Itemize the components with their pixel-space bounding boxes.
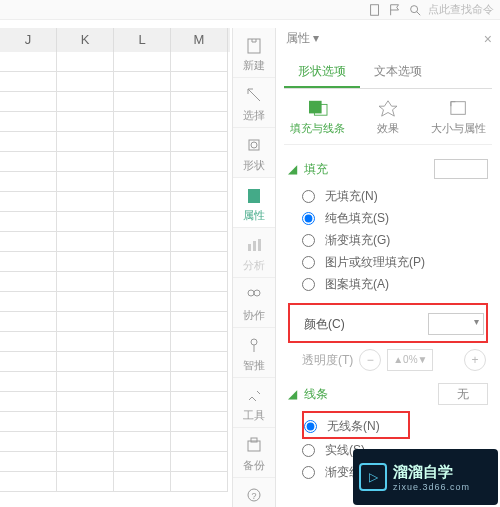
tab-text-options[interactable]: 文本选项	[360, 55, 436, 88]
cell[interactable]	[57, 372, 114, 392]
cell[interactable]	[57, 72, 114, 92]
cell[interactable]	[114, 272, 171, 292]
opacity-value[interactable]: ▲0%▼	[387, 349, 433, 371]
cell[interactable]	[57, 112, 114, 132]
cell[interactable]	[114, 112, 171, 132]
cell[interactable]	[171, 232, 228, 252]
spreadsheet-grid[interactable]: J K L M	[0, 28, 230, 507]
cell[interactable]	[0, 132, 57, 152]
subtab-size-props[interactable]: 大小与属性	[431, 99, 486, 136]
strip-工具[interactable]: 工具	[233, 378, 275, 428]
cell[interactable]	[171, 332, 228, 352]
cell[interactable]	[0, 432, 57, 452]
cell[interactable]	[114, 192, 171, 212]
paste-icon[interactable]	[368, 3, 382, 17]
cell[interactable]	[171, 212, 228, 232]
cell[interactable]	[114, 152, 171, 172]
cell[interactable]	[57, 192, 114, 212]
cell[interactable]	[0, 332, 57, 352]
cell[interactable]	[114, 172, 171, 192]
cell[interactable]	[114, 292, 171, 312]
cell[interactable]	[171, 92, 228, 112]
cell[interactable]	[114, 252, 171, 272]
panel-dropdown-caret[interactable]: ▾	[313, 31, 319, 45]
cell[interactable]	[57, 52, 114, 72]
line-style-button[interactable]: 无	[438, 383, 488, 405]
cell[interactable]	[0, 92, 57, 112]
cell[interactable]	[0, 412, 57, 432]
strip-分析[interactable]: 分析	[233, 228, 275, 278]
cell[interactable]	[0, 252, 57, 272]
cell[interactable]	[0, 392, 57, 412]
cell[interactable]	[171, 132, 228, 152]
color-picker-button[interactable]	[428, 313, 484, 335]
cell[interactable]	[0, 352, 57, 372]
col-header[interactable]: J	[0, 28, 57, 52]
cell[interactable]	[0, 152, 57, 172]
cell[interactable]	[114, 332, 171, 352]
cell[interactable]	[0, 172, 57, 192]
cell[interactable]	[171, 292, 228, 312]
cell[interactable]	[0, 312, 57, 332]
cell[interactable]	[171, 152, 228, 172]
cell[interactable]	[171, 52, 228, 72]
cell[interactable]	[57, 212, 114, 232]
cell[interactable]	[171, 372, 228, 392]
cell[interactable]	[171, 272, 228, 292]
subtab-effects[interactable]: 效果	[377, 99, 399, 136]
col-header[interactable]: L	[114, 28, 171, 52]
cell[interactable]	[57, 312, 114, 332]
cell[interactable]	[57, 172, 114, 192]
cell[interactable]	[0, 212, 57, 232]
line-none-radio[interactable]: 无线条(N)	[304, 415, 408, 437]
cell[interactable]	[171, 252, 228, 272]
cell[interactable]	[0, 452, 57, 472]
subtab-fill-line[interactable]: 填充与线条	[290, 99, 345, 136]
cell[interactable]	[57, 152, 114, 172]
cell[interactable]	[57, 472, 114, 492]
fill-none-radio[interactable]: 无填充(N)	[302, 185, 488, 207]
strip-备份[interactable]: 备份	[233, 428, 275, 478]
cell[interactable]	[57, 392, 114, 412]
search-hint[interactable]: 点此查找命令	[428, 2, 494, 17]
fill-preview-swatch[interactable]	[434, 159, 488, 179]
fill-solid-radio[interactable]: 纯色填充(S)	[302, 207, 488, 229]
cell[interactable]	[114, 472, 171, 492]
cell[interactable]	[0, 472, 57, 492]
search-icon[interactable]	[408, 3, 422, 17]
cell[interactable]	[171, 452, 228, 472]
close-icon[interactable]: ×	[484, 31, 492, 47]
cell[interactable]	[0, 192, 57, 212]
cell[interactable]	[114, 392, 171, 412]
cell[interactable]	[57, 452, 114, 472]
cell[interactable]	[0, 272, 57, 292]
cell[interactable]	[0, 232, 57, 252]
cell[interactable]	[171, 112, 228, 132]
cell[interactable]	[0, 52, 57, 72]
cell[interactable]	[114, 452, 171, 472]
strip-协作[interactable]: 协作	[233, 278, 275, 328]
cell[interactable]	[0, 292, 57, 312]
col-header[interactable]: K	[57, 28, 114, 52]
cell[interactable]	[0, 372, 57, 392]
cell[interactable]	[114, 132, 171, 152]
cell[interactable]	[171, 392, 228, 412]
fill-pattern-radio[interactable]: 图案填充(A)	[302, 273, 488, 295]
cell[interactable]	[171, 472, 228, 492]
col-header[interactable]: M	[171, 28, 228, 52]
cell[interactable]	[171, 312, 228, 332]
cell[interactable]	[171, 192, 228, 212]
cell[interactable]	[114, 232, 171, 252]
collapse-caret-icon[interactable]: ◢	[288, 387, 297, 401]
cell[interactable]	[57, 232, 114, 252]
strip-智推[interactable]: 智推	[233, 328, 275, 378]
cell[interactable]	[171, 352, 228, 372]
strip-帮助[interactable]: ?帮助	[233, 478, 275, 507]
cell[interactable]	[57, 332, 114, 352]
cell[interactable]	[114, 212, 171, 232]
cell[interactable]	[57, 272, 114, 292]
cell[interactable]	[57, 412, 114, 432]
collapse-caret-icon[interactable]: ◢	[288, 162, 297, 176]
strip-新建[interactable]: 新建	[233, 28, 275, 78]
cell[interactable]	[114, 352, 171, 372]
